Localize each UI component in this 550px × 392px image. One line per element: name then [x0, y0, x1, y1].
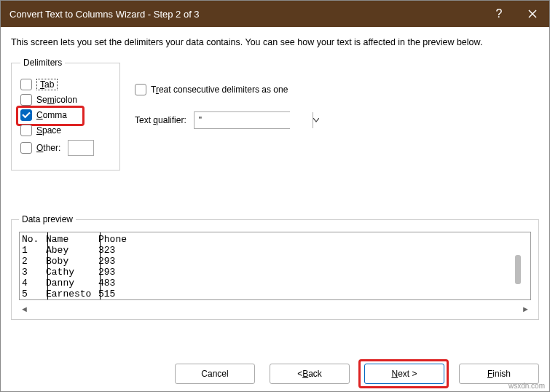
comma-checkbox[interactable]	[20, 109, 32, 121]
wizard-dialog: Convert Text to Columns Wizard - Step 2 …	[0, 0, 550, 392]
column-divider	[47, 232, 48, 299]
table-row: 1Abey323	[20, 245, 530, 256]
text-qualifier-combo[interactable]	[194, 111, 290, 129]
vertical-scrollbar[interactable]	[515, 248, 521, 316]
scrollbar-thumb[interactable]	[515, 255, 521, 284]
semicolon-checkbox[interactable]	[20, 94, 32, 106]
treat-consecutive-checkbox[interactable]	[135, 84, 146, 95]
watermark: wsxdn.com	[508, 382, 545, 390]
chevron-down-icon	[313, 118, 319, 122]
other-input[interactable]	[68, 140, 94, 156]
other-label[interactable]: Other:	[36, 143, 60, 153]
cancel-button[interactable]: Cancel	[175, 364, 255, 384]
table-row: 2Boby293	[20, 256, 530, 267]
column-divider	[100, 232, 101, 299]
table-row: 4Danny483	[20, 278, 530, 289]
footer-buttons: Cancel < Back Next > Finish	[175, 364, 539, 384]
delimiters-group: Delimiters Tab Semicolon Comma Space O	[11, 58, 120, 170]
semicolon-label[interactable]: Semicolon	[36, 95, 77, 105]
preview-box: No.NamePhone 1Abey323 2Boby293 3Cathy293…	[19, 232, 531, 300]
space-checkbox[interactable]	[20, 125, 32, 136]
next-button[interactable]: Next >	[364, 364, 444, 384]
scroll-right-arrow[interactable]: ►	[520, 305, 531, 313]
help-button[interactable]: ?	[482, 1, 516, 27]
data-preview-group: Data preview No.NamePhone 1Abey323 2Boby…	[11, 214, 539, 320]
other-checkbox[interactable]	[20, 142, 32, 154]
preview-header-row: No.NamePhone	[20, 234, 530, 245]
treat-consecutive-label[interactable]: Treat consecutive delimiters as one	[151, 85, 288, 95]
comma-label[interactable]: Comma	[36, 110, 67, 120]
text-qualifier-dropdown-button[interactable]	[313, 112, 319, 128]
titlebar: Convert Text to Columns Wizard - Step 2 …	[1, 1, 549, 27]
space-label[interactable]: Space	[36, 125, 61, 136]
finish-button[interactable]: Finish	[459, 364, 539, 384]
delimiters-legend: Delimiters	[20, 58, 65, 68]
window-title: Convert Text to Columns Wizard - Step 2 …	[9, 9, 482, 20]
table-row: 3Cathy293	[20, 267, 530, 278]
scroll-left-arrow[interactable]: ◄	[19, 305, 30, 313]
horizontal-scrollbar[interactable]: ◄ ►	[19, 305, 531, 313]
text-qualifier-input[interactable]	[195, 112, 313, 128]
text-qualifier-label: Text qualifier:	[135, 115, 186, 125]
tab-checkbox[interactable]	[20, 79, 32, 90]
intro-text: This screen lets you set the delimiters …	[11, 37, 539, 47]
close-button[interactable]	[516, 1, 549, 27]
data-preview-legend: Data preview	[19, 214, 76, 224]
table-row: 5Earnesto515	[20, 289, 530, 299]
back-button[interactable]: < Back	[270, 364, 350, 384]
tab-label[interactable]: Tab	[36, 79, 58, 90]
close-icon	[528, 9, 537, 18]
